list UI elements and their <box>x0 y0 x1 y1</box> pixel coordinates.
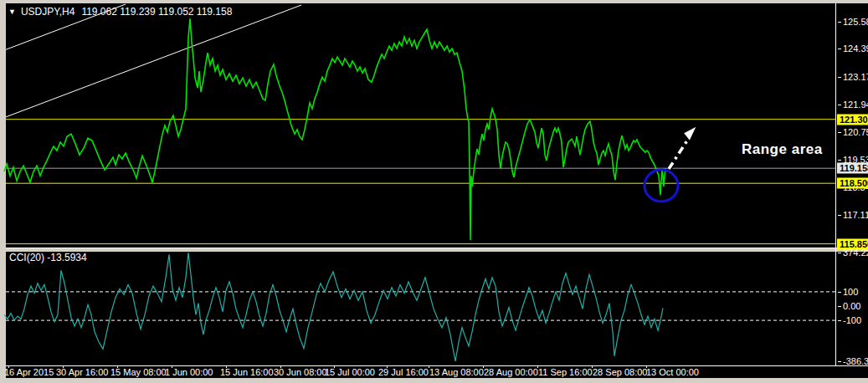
chart-symbol-period: USDJPY,H4 <box>21 6 74 18</box>
time-axis-label: 15 Jul 00:00 <box>325 367 375 377</box>
axis-tick <box>838 132 841 133</box>
range-area-annotation[interactable]: Range area <box>742 141 823 158</box>
time-axis-label: 11 Sep 16:00 <box>538 367 593 377</box>
price-axis-label: 121.945 <box>838 100 868 110</box>
time-axis-tick <box>483 365 484 368</box>
axis-tick <box>838 306 841 307</box>
cci-axis-min-label: -386.3718 <box>838 356 868 366</box>
time-axis-label: 28 Aug 00:00 <box>484 367 538 377</box>
time-axis-tick <box>387 365 388 368</box>
cci-axis-label: 100 <box>838 287 858 297</box>
axis-tick <box>838 49 841 49</box>
cci-axis-label: 0.00 <box>838 301 860 311</box>
time-axis-label: 30 Apr 16:00 <box>56 367 108 377</box>
price-level-label: 121.300 <box>837 114 868 125</box>
time-axis-tick <box>280 365 281 368</box>
time-axis-label: 15 Jun 16:00 <box>220 367 274 377</box>
time-axis-tick <box>117 365 118 368</box>
price-level-label: 115.850 <box>837 238 868 249</box>
time-axis-label: 15 May 08:00 <box>110 367 167 377</box>
axis-tick <box>838 292 841 293</box>
cci-axis-label: -100 <box>838 315 861 325</box>
price-level-label: 118.500 <box>837 178 868 189</box>
mt4-chart-window: ▼USDJPY,H4119.062 119.239 119.052 119.15… <box>0 0 868 383</box>
price-axis-label: 120.755 <box>838 127 868 137</box>
chart-ohlc-values: 119.062 119.239 119.052 119.158 <box>81 6 232 18</box>
time-axis-tick <box>592 365 593 368</box>
current-price-label: 119.158 <box>837 163 868 174</box>
price-axis-label: 124.395 <box>838 43 868 54</box>
pane-separator[interactable] <box>6 248 868 252</box>
time-axis-label: 13 Aug 08:00 <box>429 367 484 377</box>
time-axis-tick <box>334 365 335 368</box>
axis-tick <box>838 105 841 105</box>
time-axis-tick <box>63 365 64 368</box>
axis-border-line <box>835 3 836 365</box>
time-axis-label: 13 Oct 00:00 <box>646 367 699 377</box>
axis-tick <box>838 22 841 23</box>
arrow-head-icon[interactable] <box>683 125 697 141</box>
time-axis-tick <box>429 365 429 368</box>
time-axis-tick <box>646 365 647 368</box>
time-axis-tick <box>537 365 538 368</box>
axis-tick <box>838 77 841 78</box>
axis-tick <box>838 361 841 362</box>
price-axis-label: 117.115 <box>838 210 868 220</box>
trendline-lower[interactable] <box>6 5 301 117</box>
time-axis-label: 30 Jun 08:00 <box>274 367 327 377</box>
axis-tick <box>838 215 841 216</box>
cci-series-line <box>4 253 663 361</box>
time-axis-label: 16 Apr 2015 <box>4 367 54 377</box>
price-axis-label: 123.170 <box>838 72 868 82</box>
axis-tick <box>838 160 841 161</box>
time-axis-label: 29 Jul 16:00 <box>378 367 429 377</box>
price-axis-label: 125.585 <box>838 17 868 27</box>
time-axis-tick <box>172 365 172 368</box>
axis-tick <box>838 253 841 253</box>
pane-bottom-border <box>6 365 868 366</box>
symbol-marker-icon: ▼ <box>8 8 16 16</box>
time-axis-tick <box>8 365 9 368</box>
chart-title: ▼USDJPY,H4119.062 119.239 119.052 119.15… <box>8 6 232 18</box>
axis-tick <box>838 320 841 321</box>
price-series-line <box>4 18 665 240</box>
time-axis-tick <box>226 365 227 368</box>
time-axis-label: 28 Sep 08:00 <box>593 367 647 377</box>
time-axis-label: 1 Jun 00:00 <box>165 367 213 377</box>
indicator-label: CCI(20) -13.5934 <box>9 252 87 263</box>
arrow-shaft[interactable] <box>669 135 691 169</box>
chart-canvas[interactable] <box>0 0 868 383</box>
